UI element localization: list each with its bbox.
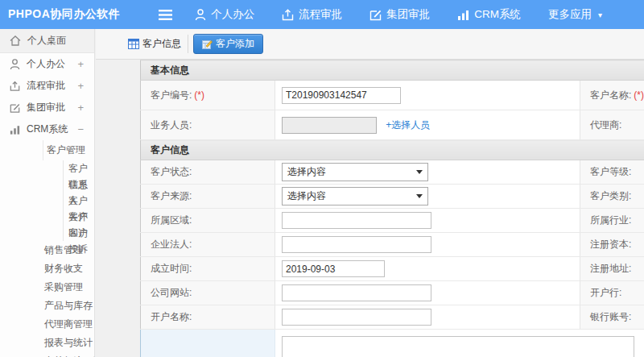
topnav-label: 个人办公 [211, 7, 254, 22]
topnav: 个人办公 流程审批 集团审批 CRM系统 更多应用 [195, 7, 630, 22]
tabbar: 客户信息 客户添加 [96, 29, 644, 60]
tab-customer-add[interactable]: 客户添加 [193, 34, 263, 54]
user-icon [195, 9, 206, 21]
registered-capital-label: 注册资本: [580, 233, 644, 257]
app-title: PHPOA协同办公软件 [8, 7, 120, 22]
caret-down-icon: ▾ [598, 10, 602, 19]
sidebar-item-customer-revisit[interactable]: 客户回访 [64, 209, 94, 225]
required-mark: (*) [194, 89, 204, 101]
agent-label: 代理商: [580, 110, 644, 140]
sidebar-item-label: 流程审批 [27, 79, 65, 93]
sidebar-customer-items: 客户信息 联系人 客户关怀 客户回访 客户投诉 [63, 160, 94, 241]
topnav-label: 更多应用 [548, 7, 592, 22]
topnav-label: 流程审批 [299, 7, 342, 22]
sidebar-item-sales-management[interactable]: 销售管理 + [0, 241, 94, 259]
sales-person-label: 业务人员: [141, 110, 275, 140]
topnav-item-workflow-approval[interactable]: 流程审批 [282, 7, 342, 22]
website-input[interactable] [282, 284, 431, 301]
sidebar-item-label: 个人桌面 [27, 34, 66, 48]
expand-icon: + [66, 315, 72, 334]
sidebar-item-label: 个人办公 [27, 57, 65, 71]
sidebar-item-group-approval[interactable]: 集团审批 + [0, 97, 94, 118]
region-input[interactable] [282, 212, 431, 229]
customer-no-input[interactable] [282, 87, 401, 104]
bank-label: 开户行: [580, 281, 644, 305]
founded-date-label: 成立时间: [141, 257, 275, 281]
collapse-icon: − [77, 123, 84, 135]
sidebar-item-finance[interactable]: 财务收支 + [0, 259, 94, 278]
topnav-item-more-apps[interactable]: 更多应用 ▾ [548, 7, 602, 22]
sidebar-item-label: 报表与统计 [44, 337, 93, 348]
sidebar-crm-submenu: 客户管理 − 客户信息 联系人 客户关怀 客户回访 客户投诉 销售管理 + 财务… [0, 140, 94, 357]
sidebar-item-contacts[interactable]: 联系人 [64, 176, 94, 193]
tab-label: 客户信息 [142, 37, 181, 51]
expand-icon: + [66, 259, 72, 278]
source-label: 客户来源: [141, 185, 275, 209]
intro-textarea[interactable] [282, 336, 634, 357]
sidebar-item-products-inventory[interactable]: 产品与库存 + [0, 297, 94, 315]
status-label: 客户状态: [141, 160, 275, 185]
customer-name-label: 客户名称:(*) [580, 81, 644, 110]
section-title-basic-info: 基本信息 [141, 60, 644, 81]
sidebar-item-label: 销售管理 [44, 244, 83, 255]
founded-date-input[interactable] [282, 260, 385, 277]
customer-no-label: 客户编号:(*) [141, 81, 275, 110]
sidebar-item-form-workflow-settings[interactable]: 表单与流程设置+ [0, 352, 94, 357]
sidebar-item-purchasing[interactable]: 采购管理 + [0, 278, 94, 297]
expand-icon: + [66, 297, 72, 315]
legal-person-label: 企业法人: [141, 233, 275, 257]
select-person-link[interactable]: +选择人员 [386, 119, 430, 131]
status-select[interactable]: 选择内容 [282, 163, 428, 181]
website-label: 公司网站: [141, 281, 275, 305]
expand-icon: + [66, 241, 72, 259]
category-label: 客户类别: [580, 185, 644, 209]
sidebar-item-customer-management[interactable]: 客户管理 − [43, 140, 94, 160]
tab-label: 客户添加 [216, 37, 254, 51]
tab-customer-info[interactable]: 客户信息 [125, 35, 188, 53]
sidebar-item-customer-complaint[interactable]: 客户投诉 [64, 225, 94, 241]
sidebar-item-customer-care[interactable]: 客户关怀 [64, 193, 94, 209]
hamburger-icon [159, 10, 172, 20]
expand-icon: + [66, 278, 72, 297]
home-icon [10, 35, 21, 46]
caret-down-icon [416, 194, 423, 198]
source-select[interactable]: 选择内容 [282, 187, 428, 205]
upload-icon [282, 9, 294, 21]
sales-person-input[interactable] [282, 117, 377, 134]
status-select-value: 选择内容 [287, 165, 326, 179]
topnav-label: 集团审批 [386, 7, 430, 22]
sidebar-item-crm[interactable]: CRM系统 − [0, 118, 94, 140]
legal-person-input[interactable] [282, 236, 431, 253]
sidebar-item-customer-info[interactable]: 客户信息 [64, 160, 94, 176]
sidebar-item-label: 采购管理 [44, 281, 83, 293]
table-icon [128, 39, 139, 49]
menu-icon[interactable] [159, 10, 172, 20]
section-title-customer-info: 客户信息 [141, 140, 644, 160]
add-customer-icon [202, 39, 213, 49]
registered-address-label: 注册地址: [580, 257, 644, 281]
expand-icon: + [77, 80, 84, 92]
sidebar-item-label: CRM系统 [27, 122, 68, 136]
sidebar-item-workflow-approval[interactable]: 流程审批 + [0, 75, 94, 97]
expand-icon: + [77, 58, 84, 70]
account-name-input[interactable] [282, 309, 431, 326]
user-icon [10, 59, 20, 70]
edit-icon [369, 9, 382, 21]
sidebar-item-label: 财务收支 [44, 263, 83, 274]
customer-add-form: 基本信息 客户编号:(*) 客户名称:(*) 业务人员: +选择人员 [140, 60, 644, 357]
sidebar-item-personal-office[interactable]: 个人办公 + [0, 53, 94, 75]
topnav-label: CRM系统 [474, 7, 521, 22]
sidebar-item-reports-statistics[interactable]: 报表与统计 [0, 334, 94, 352]
topnav-item-group-approval[interactable]: 集团审批 [369, 7, 430, 22]
industry-label: 所属行业: [580, 209, 644, 233]
topnav-item-crm[interactable]: CRM系统 [457, 7, 521, 22]
collapse-icon: − [66, 140, 72, 160]
sidebar: 个人桌面 个人办公 + 流程审批 + 集团审批 + CRM系统 − [0, 29, 95, 357]
sidebar-item-agent-management[interactable]: 代理商管理 + [0, 315, 94, 334]
expand-icon: + [77, 102, 84, 114]
region-label: 所属区域: [141, 209, 275, 233]
sidebar-item-desktop[interactable]: 个人桌面 [0, 29, 94, 53]
source-select-value: 选择内容 [287, 189, 326, 203]
topnav-item-personal-office[interactable]: 个人办公 [195, 7, 254, 22]
account-name-label: 开户名称: [141, 305, 275, 330]
